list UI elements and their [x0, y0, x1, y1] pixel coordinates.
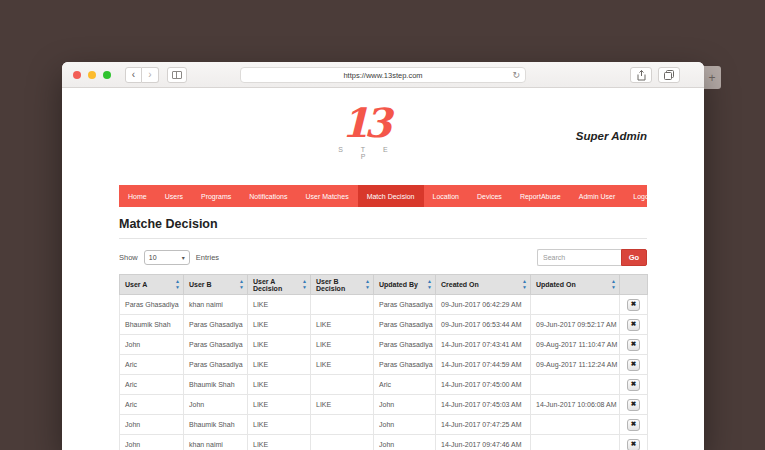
- entries-select[interactable]: 10 ▾: [144, 250, 190, 265]
- sort-icons: ▲▼: [302, 278, 307, 290]
- delete-row-button[interactable]: ✖: [627, 379, 640, 391]
- match-decision-table: User A▲▼ User B▲▼ User A Decision▲▼ User…: [119, 274, 648, 450]
- table-cell: LIKE: [248, 415, 311, 435]
- forward-button[interactable]: ›: [142, 67, 159, 83]
- table-cell: 14-Jun-2017 07:43:41 AM: [436, 335, 531, 355]
- share-button[interactable]: [630, 67, 652, 83]
- delete-row-button[interactable]: ✖: [627, 299, 640, 311]
- forward-icon: ›: [148, 70, 151, 80]
- table-cell: LIKE: [311, 395, 374, 415]
- table-row: John Bhaumik Shah LIKE John 14-Jun-2017 …: [120, 415, 648, 435]
- back-button[interactable]: ‹: [125, 67, 142, 83]
- delete-icon: ✖: [631, 441, 636, 448]
- table-row: Paras Ghasadiya khan naimi LIKE Paras Gh…: [120, 295, 648, 315]
- column-header-user-a-decision[interactable]: User A Decision▲▼: [248, 275, 311, 295]
- new-tab-button[interactable]: +: [703, 66, 721, 89]
- delete-icon: ✖: [631, 381, 636, 388]
- delete-icon: ✖: [631, 401, 636, 408]
- delete-row-button[interactable]: ✖: [627, 439, 640, 450]
- delete-row-button[interactable]: ✖: [627, 419, 640, 431]
- table-cell: 14-Jun-2017 07:45:00 AM: [436, 375, 531, 395]
- search-input[interactable]: [537, 249, 621, 266]
- table-cell: LIKE: [311, 355, 374, 375]
- table-cell: John: [374, 435, 436, 450]
- sidebar-toggle-button[interactable]: [167, 67, 187, 83]
- reload-icon[interactable]: ↻: [512, 70, 520, 80]
- table-cell: Paras Ghasadiya: [184, 335, 248, 355]
- table-cell: [311, 435, 374, 450]
- show-label: Show: [119, 253, 138, 262]
- nav-item-devices[interactable]: Devices: [468, 185, 511, 207]
- table-cell: Aric: [374, 375, 436, 395]
- nav-item-location[interactable]: Location: [424, 185, 468, 207]
- nav-item-programs[interactable]: Programs: [192, 185, 240, 207]
- close-window-icon[interactable]: [73, 71, 81, 79]
- table-cell: Paras Ghasadiya: [374, 315, 436, 335]
- go-button[interactable]: Go: [621, 249, 647, 266]
- nav-item-notifications[interactable]: Notifications: [240, 185, 296, 207]
- nav-item-user-matches[interactable]: User Matches: [296, 185, 357, 207]
- column-header-updated-on[interactable]: Updated On▲▼: [531, 275, 620, 295]
- table-cell: 09-Aug-2017 11:10:47 AM: [531, 335, 620, 355]
- page-content: 13 S T E P Super Admin Home Users Progra…: [62, 88, 704, 450]
- column-header-user-a[interactable]: User A▲▼: [120, 275, 184, 295]
- sort-icons: ▲▼: [427, 278, 432, 290]
- table-cell: LIKE: [248, 435, 311, 450]
- column-header-user-b-decision[interactable]: User B Decision▲▼: [311, 275, 374, 295]
- table-cell: LIKE: [311, 315, 374, 335]
- column-header-created-on[interactable]: Created On▲▼: [436, 275, 531, 295]
- browser-titlebar: ‹ › https://www.13step.com ↻: [62, 62, 704, 88]
- address-bar[interactable]: https://www.13step.com ↻: [240, 67, 526, 83]
- table-cell: Aric: [120, 395, 184, 415]
- nav-item-users[interactable]: Users: [156, 185, 192, 207]
- logo-13: 13: [329, 102, 399, 144]
- table-cell: 09-Jun-2017 06:53:44 AM: [436, 315, 531, 335]
- site-header: 13 S T E P Super Admin: [119, 88, 647, 185]
- delete-icon: ✖: [631, 301, 636, 308]
- nav-item-logout[interactable]: Logout: [624, 185, 663, 207]
- tabs-overview-button[interactable]: [658, 67, 680, 83]
- table-row: John Paras Ghasadiya LIKE LIKE Paras Gha…: [120, 335, 648, 355]
- table-row: Aric Bhaumik Shah LIKE Aric 14-Jun-2017 …: [120, 375, 648, 395]
- table-cell: John: [374, 395, 436, 415]
- table-cell: 09-Jun-2017 06:42:29 AM: [436, 295, 531, 315]
- nav-item-home[interactable]: Home: [119, 185, 156, 207]
- table-cell: LIKE: [248, 355, 311, 375]
- table-cell: LIKE: [248, 315, 311, 335]
- table-cell: Paras Ghasadiya: [120, 295, 184, 315]
- entries-label: Entries: [196, 253, 219, 262]
- table-cell: LIKE: [248, 395, 311, 415]
- delete-row-button[interactable]: ✖: [627, 319, 640, 331]
- delete-row-button[interactable]: ✖: [627, 399, 640, 411]
- table-header-row: User A▲▼ User B▲▼ User A Decision▲▼ User…: [120, 275, 648, 295]
- share-icon: [637, 70, 646, 81]
- table-cell: Paras Ghasadiya: [184, 355, 248, 375]
- main-navigation: Home Users Programs Notifications User M…: [119, 185, 647, 207]
- zoom-window-icon[interactable]: [103, 71, 111, 79]
- column-header-updated-by[interactable]: Updated By▲▼: [374, 275, 436, 295]
- sort-icons: ▲▼: [611, 278, 616, 290]
- delete-row-button[interactable]: ✖: [627, 359, 640, 371]
- table-cell: LIKE: [248, 295, 311, 315]
- browser-window: ‹ › https://www.13step.com ↻: [62, 62, 704, 450]
- delete-row-button[interactable]: ✖: [627, 339, 640, 351]
- table-cell: Aric: [120, 375, 184, 395]
- nav-item-match-decision[interactable]: Match Decision: [358, 185, 424, 207]
- table-cell: [531, 415, 620, 435]
- sort-icons: ▲▼: [365, 278, 370, 290]
- table-cell: 14-Jun-2017 07:44:59 AM: [436, 355, 531, 375]
- table-cell: John: [184, 395, 248, 415]
- table-cell: LIKE: [311, 335, 374, 355]
- minimize-window-icon[interactable]: [88, 71, 96, 79]
- table-cell: John: [120, 415, 184, 435]
- table-cell: 14-Jun-2017 10:06:08 AM: [531, 395, 620, 415]
- nav-item-reportabuse[interactable]: ReportAbuse: [511, 185, 570, 207]
- traffic-lights: [73, 71, 111, 79]
- delete-icon: ✖: [631, 361, 636, 368]
- table-row: John khan naimi LIKE John 14-Jun-2017 09…: [120, 435, 648, 450]
- table-row: Bhaumik Shah Paras Ghasadiya LIKE LIKE P…: [120, 315, 648, 335]
- nav-item-admin-user[interactable]: Admin User: [570, 185, 625, 207]
- column-header-actions: [620, 275, 648, 295]
- column-header-user-b[interactable]: User B▲▼: [184, 275, 248, 295]
- table-cell: Paras Ghasadiya: [184, 315, 248, 335]
